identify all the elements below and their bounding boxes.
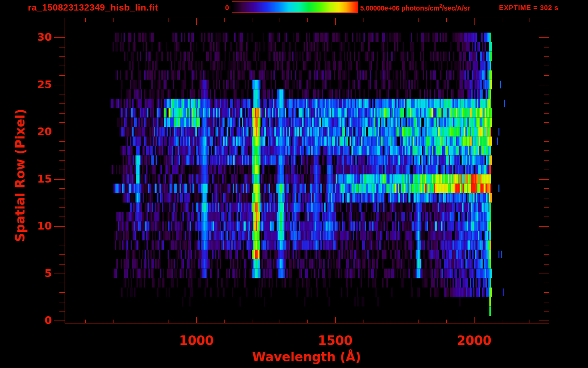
y-major-tick: [54, 132, 65, 132]
x-minor-tick: [391, 320, 391, 323]
y-major-tick: [539, 226, 549, 227]
page-title: ra_150823132349_hisb_lin.fit: [28, 2, 158, 13]
y-minor-tick: [59, 245, 65, 245]
y-major-tick: [539, 274, 549, 274]
y-minor-tick: [544, 302, 549, 302]
x-minor-tick: [85, 18, 86, 22]
x-minor-tick: [141, 320, 141, 323]
y-minor-tick: [59, 264, 65, 264]
y-minor-tick: [59, 56, 65, 57]
x-minor-tick: [141, 18, 141, 22]
y-major-tick: [54, 274, 65, 274]
x-major-tick: [196, 18, 197, 25]
y-minor-tick: [544, 217, 549, 217]
x-major-tick: [474, 18, 475, 25]
y-axis-title: Spatial Row (Pixel): [13, 94, 27, 257]
x-tick-label: 2000: [441, 334, 508, 348]
y-minor-tick: [544, 47, 549, 47]
y-tick-label: 30: [17, 31, 52, 44]
colorbar-max-value: 5.00000e+06: [360, 4, 399, 12]
y-major-tick: [539, 85, 549, 85]
y-minor-tick: [544, 113, 549, 114]
x-minor-tick: [307, 320, 308, 323]
y-minor-tick: [59, 170, 65, 170]
y-minor-tick: [59, 311, 65, 311]
y-minor-tick: [544, 283, 549, 283]
y-minor-tick: [544, 311, 549, 311]
y-major-tick: [54, 321, 65, 321]
exptime-label: EXPTIME = 302 s: [499, 4, 558, 12]
x-minor-tick: [502, 320, 502, 323]
x-major-tick: [474, 317, 475, 323]
y-minor-tick: [544, 198, 549, 198]
y-minor-tick: [544, 292, 549, 293]
y-minor-tick: [59, 207, 65, 208]
y-minor-tick: [544, 28, 549, 28]
y-minor-tick: [59, 104, 65, 104]
x-minor-tick: [418, 18, 419, 22]
x-minor-tick: [307, 18, 308, 22]
y-minor-tick: [59, 188, 65, 189]
y-major-tick: [54, 37, 65, 38]
y-major-tick: [54, 226, 65, 227]
y-minor-tick: [59, 122, 65, 123]
x-major-tick: [335, 317, 336, 323]
y-minor-tick: [544, 254, 549, 255]
y-tick-label: 0: [17, 314, 52, 327]
x-minor-tick: [446, 18, 447, 22]
colorbar-min-label: 0: [209, 3, 229, 12]
y-major-tick: [539, 37, 549, 38]
x-minor-tick: [252, 320, 252, 323]
y-major-tick: [54, 179, 65, 180]
x-major-tick: [335, 18, 336, 25]
x-minor-tick: [224, 18, 225, 22]
x-minor-tick: [280, 18, 280, 22]
y-minor-tick: [59, 254, 65, 255]
x-minor-tick: [363, 18, 363, 22]
y-minor-tick: [59, 150, 65, 151]
y-minor-tick: [59, 292, 65, 293]
colorbar-units-suffix: /sec/A/sr: [442, 4, 470, 12]
y-minor-tick: [59, 28, 65, 28]
x-minor-tick: [391, 18, 391, 22]
y-minor-tick: [544, 56, 549, 57]
y-major-tick: [539, 132, 549, 132]
x-minor-tick: [169, 320, 169, 323]
x-minor-tick: [252, 18, 252, 22]
y-minor-tick: [59, 283, 65, 283]
y-minor-tick: [544, 245, 549, 245]
y-minor-tick: [544, 170, 549, 170]
spectrogram-figure: ra_150823132349_hisb_lin.fit 0 5.00000e+…: [0, 0, 588, 368]
y-minor-tick: [59, 160, 65, 161]
y-minor-tick: [59, 66, 65, 66]
y-minor-tick: [59, 75, 65, 76]
y-major-tick: [539, 179, 549, 180]
y-tick-label: 5: [17, 267, 52, 280]
y-minor-tick: [544, 160, 549, 161]
x-minor-tick: [224, 320, 225, 323]
y-minor-tick: [544, 75, 549, 76]
x-minor-tick: [418, 320, 419, 323]
x-minor-tick: [113, 320, 113, 323]
y-minor-tick: [544, 122, 549, 123]
y-minor-tick: [544, 66, 549, 66]
x-minor-tick: [502, 18, 502, 22]
x-minor-tick: [113, 18, 113, 22]
y-minor-tick: [59, 113, 65, 114]
y-minor-tick: [544, 236, 549, 236]
x-minor-tick: [280, 320, 280, 323]
x-major-tick: [196, 317, 197, 323]
y-minor-tick: [59, 94, 65, 94]
y-minor-tick: [59, 236, 65, 236]
x-minor-tick: [85, 320, 86, 323]
y-minor-tick: [59, 302, 65, 302]
x-minor-tick: [169, 18, 169, 22]
y-tick-label: 25: [17, 78, 52, 92]
x-minor-tick: [530, 18, 530, 22]
y-minor-tick: [544, 94, 549, 94]
colorbar-gradient: [232, 1, 358, 13]
y-minor-tick: [544, 150, 549, 151]
colorbar-max-label: 5.00000e+06 photons/cm2/sec/A/sr: [360, 3, 470, 12]
y-minor-tick: [59, 141, 65, 142]
y-major-tick: [54, 85, 65, 85]
